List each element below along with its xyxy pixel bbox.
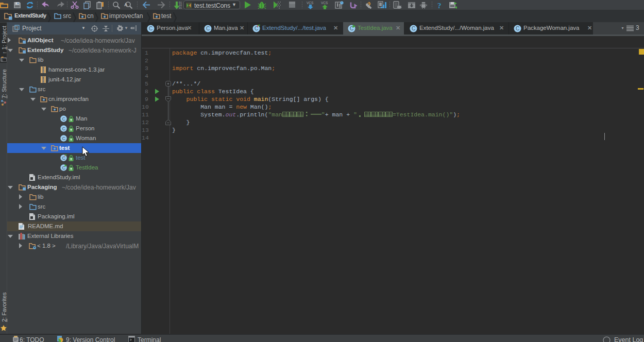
svg-text:C: C <box>206 26 210 31</box>
svg-text:C: C <box>149 26 152 31</box>
svg-text:C: C <box>516 26 519 31</box>
svg-text:A: A <box>124 2 128 7</box>
svg-text:C: C <box>62 116 66 122</box>
svg-text:VCS: VCS <box>307 1 314 5</box>
svg-text:C: C <box>412 26 415 31</box>
svg-text:C: C <box>62 156 66 161</box>
svg-text:?: ? <box>437 2 442 9</box>
svg-text:C: C <box>62 136 66 141</box>
svg-text:>: > <box>130 338 132 342</box>
svg-text:C: C <box>62 126 66 131</box>
svg-text:VCS: VCS <box>321 1 328 5</box>
